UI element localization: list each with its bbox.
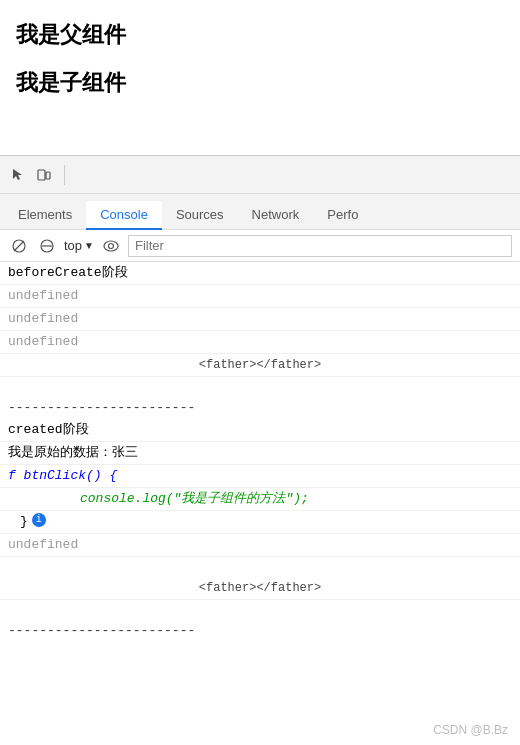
list-item xyxy=(0,377,520,397)
list-item: created阶段 xyxy=(0,419,520,442)
list-item: <father></father> xyxy=(0,354,520,377)
svg-point-6 xyxy=(104,241,118,251)
list-item: undefined xyxy=(0,308,520,331)
tab-sources[interactable]: Sources xyxy=(162,201,238,230)
devtools-top-toolbar xyxy=(0,156,520,194)
svg-point-7 xyxy=(108,243,113,248)
tab-elements[interactable]: Elements xyxy=(4,201,86,230)
list-item: f btnClick() { xyxy=(0,465,520,488)
list-item xyxy=(0,600,520,620)
tab-console[interactable]: Console xyxy=(86,201,162,230)
list-item: ------------------------ xyxy=(0,620,520,642)
dropdown-arrow: ▼ xyxy=(84,240,94,251)
device-toggle-icon[interactable] xyxy=(32,163,56,187)
list-item: <father></father> xyxy=(0,577,520,600)
list-item xyxy=(0,557,520,577)
devtools-panel: Elements Console Sources Network Perfo t… xyxy=(0,155,520,745)
svg-line-3 xyxy=(14,241,24,251)
info-icon[interactable]: i xyxy=(32,513,46,527)
context-dropdown[interactable]: top ▼ xyxy=(64,238,94,253)
page-title-2: 我是子组件 xyxy=(16,68,504,98)
svg-rect-0 xyxy=(38,170,45,180)
block-icon[interactable] xyxy=(36,235,58,257)
list-item: console.log("我是子组件的方法"); xyxy=(0,488,520,511)
devtools-tabs-row: Elements Console Sources Network Perfo xyxy=(0,194,520,230)
list-item: undefined xyxy=(0,285,520,308)
toolbar-separator-1 xyxy=(64,165,65,185)
console-toolbar: top ▼ xyxy=(0,230,520,262)
tab-performance[interactable]: Perfo xyxy=(313,201,372,230)
filter-input[interactable] xyxy=(128,235,512,257)
list-item: } i xyxy=(0,511,520,534)
clear-console-icon[interactable] xyxy=(8,235,30,257)
tab-network[interactable]: Network xyxy=(238,201,314,230)
list-item: ------------------------ xyxy=(0,397,520,419)
inspect-element-icon[interactable] xyxy=(6,163,30,187)
page-title-1: 我是父组件 xyxy=(16,20,504,50)
list-item: undefined xyxy=(0,331,520,354)
list-item: 我是原始的数据：张三 xyxy=(0,442,520,465)
eye-icon[interactable] xyxy=(100,235,122,257)
list-item: undefined xyxy=(0,534,520,557)
list-item: beforeCreate阶段 xyxy=(0,262,520,285)
console-output: beforeCreate阶段 undefined undefined undef… xyxy=(0,262,520,745)
devtools-wrapper: beforeCreate阶段 undefined undefined undef… xyxy=(0,262,520,745)
watermark: CSDN @B.Bz xyxy=(433,723,508,737)
svg-rect-1 xyxy=(46,172,50,179)
